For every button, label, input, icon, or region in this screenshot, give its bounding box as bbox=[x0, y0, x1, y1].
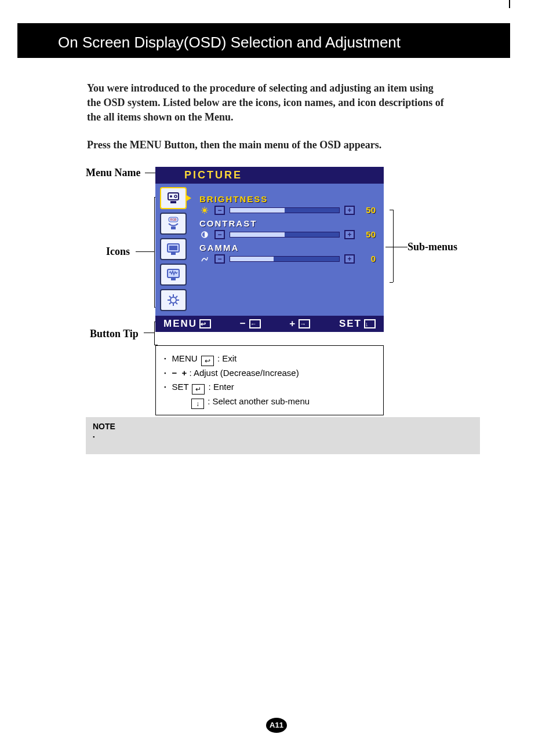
exit-icon: ↩ bbox=[201, 356, 214, 366]
contrast-slider[interactable] bbox=[230, 232, 340, 238]
gamma-value: 0 bbox=[359, 254, 376, 264]
svg-rect-6 bbox=[171, 227, 176, 229]
down-icon: ↓ bbox=[191, 399, 204, 409]
contrast-value: 50 bbox=[359, 229, 376, 239]
tracking-tab-icon[interactable] bbox=[160, 264, 187, 286]
gamma-slider[interactable] bbox=[230, 256, 340, 262]
enter-icon: ↵ bbox=[192, 384, 205, 395]
brightness-row[interactable]: BRIGHTNESS − + 50 bbox=[199, 194, 376, 215]
footer-set[interactable]: SET↓ bbox=[339, 318, 376, 330]
tip-select-submenu: ↓ : Select another sub-menu bbox=[164, 395, 375, 409]
svg-line-29 bbox=[202, 211, 203, 213]
svg-line-20 bbox=[169, 302, 171, 304]
decrease-button[interactable]: − bbox=[214, 206, 225, 215]
tip-set-enter: SET ↵ : Enter bbox=[164, 380, 375, 395]
tip-menu-exit: MENU ↩ : Exit bbox=[164, 352, 375, 366]
svg-line-26 bbox=[202, 208, 203, 209]
gamma-label: GAMMA bbox=[199, 243, 376, 253]
svg-text:RGB: RGB bbox=[170, 218, 177, 221]
color-tab-icon[interactable]: RGB bbox=[160, 213, 187, 235]
note-box: NOTE bbox=[86, 417, 480, 454]
decrease-button[interactable]: − bbox=[214, 230, 225, 239]
svg-point-21 bbox=[203, 209, 206, 212]
svg-line-28 bbox=[206, 208, 208, 209]
svg-point-2 bbox=[174, 195, 177, 198]
tip-adjust: − + : Adjust (Decrease/Increase) bbox=[164, 366, 375, 380]
svg-rect-9 bbox=[171, 253, 176, 255]
osd-footer: MENU↩ −← +→ SET↓ bbox=[155, 316, 384, 332]
button-tip-box: MENU ↩ : Exit − + : Adjust (Decrease/Inc… bbox=[155, 345, 384, 415]
increase-button[interactable]: + bbox=[344, 230, 355, 239]
gamma-row[interactable]: GAMMA − + 0 bbox=[199, 243, 376, 264]
osd-menu-name: PICTURE bbox=[155, 167, 384, 184]
osd-panel: PICTURE RGB BRIGHTNESS bbox=[155, 167, 384, 332]
gamma-icon bbox=[199, 255, 210, 263]
svg-line-19 bbox=[176, 296, 177, 298]
intro-paragraph-1: You were introduced to the procedure of … bbox=[87, 81, 446, 125]
callout-menu-name: Menu Name bbox=[86, 167, 140, 179]
brightness-value: 50 bbox=[359, 205, 376, 215]
page-header: On Screen Display(OSD) Selection and Adj… bbox=[17, 23, 510, 58]
contrast-row[interactable]: CONTRAST − + 50 bbox=[199, 218, 376, 239]
position-tab-icon[interactable] bbox=[160, 238, 187, 260]
page-title: On Screen Display(OSD) Selection and Adj… bbox=[58, 34, 401, 51]
increase-button[interactable]: + bbox=[344, 254, 355, 264]
setup-tab-icon[interactable] bbox=[160, 289, 187, 311]
intro-text: You were introduced to the procedure of … bbox=[87, 81, 446, 152]
svg-rect-3 bbox=[170, 201, 176, 203]
svg-point-1 bbox=[170, 195, 172, 198]
decrease-button[interactable]: − bbox=[214, 254, 225, 264]
callout-icons: Icons bbox=[106, 246, 130, 258]
svg-line-17 bbox=[169, 296, 171, 298]
picture-tab-icon[interactable] bbox=[160, 187, 187, 209]
brightness-slider[interactable] bbox=[230, 207, 340, 213]
svg-line-27 bbox=[206, 211, 208, 213]
osd-icon-column: RGB bbox=[160, 186, 191, 311]
svg-line-18 bbox=[176, 302, 177, 304]
svg-point-12 bbox=[170, 297, 176, 303]
osd-submenu-column: BRIGHTNESS − + 50 CONTRAST − + 50 bbox=[191, 186, 379, 311]
svg-rect-8 bbox=[169, 246, 177, 250]
brightness-icon bbox=[199, 206, 210, 214]
footer-plus[interactable]: +→ bbox=[289, 318, 310, 330]
page-number: A11 bbox=[266, 718, 287, 733]
contrast-label: CONTRAST bbox=[199, 218, 376, 228]
increase-button[interactable]: + bbox=[344, 206, 355, 215]
intro-paragraph-2: Press the MENU Button, then the main men… bbox=[87, 138, 446, 152]
callout-button-tip: Button Tip bbox=[90, 328, 139, 340]
note-bullet bbox=[93, 431, 473, 440]
contrast-icon bbox=[199, 231, 210, 239]
callout-sub-menus: Sub-menus bbox=[408, 241, 457, 253]
footer-menu[interactable]: MENU↩ bbox=[163, 318, 211, 330]
svg-rect-11 bbox=[171, 278, 176, 280]
footer-minus[interactable]: −← bbox=[240, 318, 261, 330]
brightness-label: BRIGHTNESS bbox=[199, 194, 376, 204]
note-title: NOTE bbox=[93, 422, 473, 431]
